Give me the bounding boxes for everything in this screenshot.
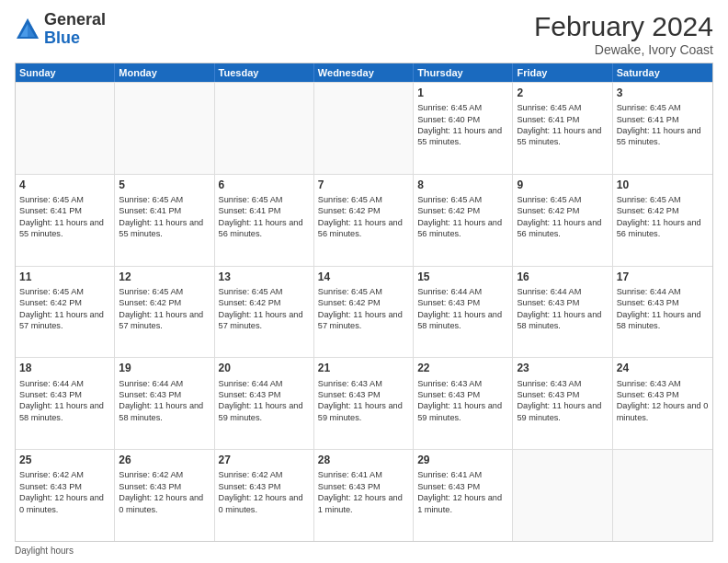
daylight-label: Daylight hours — [15, 546, 74, 556]
calendar-header-cell: Wednesday — [314, 63, 414, 82]
day-info: Sunrise: 6:43 AM Sunset: 6:43 PM Dayligh… — [617, 378, 709, 424]
day-info: Sunrise: 6:44 AM Sunset: 6:43 PM Dayligh… — [417, 286, 508, 332]
day-info: Sunrise: 6:44 AM Sunset: 6:43 PM Dayligh… — [219, 378, 310, 424]
title-location: Dewake, Ivory Coast — [534, 42, 713, 57]
day-info: Sunrise: 6:42 AM Sunset: 6:43 PM Dayligh… — [119, 469, 210, 515]
day-info: Sunrise: 6:45 AM Sunset: 6:41 PM Dayligh… — [517, 102, 608, 148]
day-number: 4 — [19, 178, 110, 192]
day-number: 26 — [119, 453, 210, 467]
day-number: 27 — [219, 453, 310, 467]
day-info: Sunrise: 6:44 AM Sunset: 6:43 PM Dayligh… — [517, 286, 608, 332]
page: General Blue February 2024 Dewake, Ivory… — [0, 0, 728, 563]
day-number: 18 — [19, 361, 110, 375]
day-info: Sunrise: 6:44 AM Sunset: 6:43 PM Dayligh… — [617, 286, 709, 332]
calendar-cell: 4Sunrise: 6:45 AM Sunset: 6:41 PM Daylig… — [16, 175, 115, 266]
day-info: Sunrise: 6:45 AM Sunset: 6:41 PM Dayligh… — [19, 194, 110, 240]
day-info: Sunrise: 6:45 AM Sunset: 6:42 PM Dayligh… — [517, 194, 608, 240]
svg-marker-2 — [28, 18, 39, 39]
calendar: SundayMondayTuesdayWednesdayThursdayFrid… — [15, 63, 713, 542]
day-info: Sunrise: 6:45 AM Sunset: 6:42 PM Dayligh… — [617, 194, 709, 240]
logo-icon — [15, 17, 40, 42]
day-number: 28 — [318, 453, 409, 467]
calendar-cell: 5Sunrise: 6:45 AM Sunset: 6:41 PM Daylig… — [115, 175, 214, 266]
calendar-cell: 15Sunrise: 6:44 AM Sunset: 6:43 PM Dayli… — [414, 267, 513, 358]
calendar-week: 25Sunrise: 6:42 AM Sunset: 6:43 PM Dayli… — [16, 449, 712, 541]
day-info: Sunrise: 6:45 AM Sunset: 6:42 PM Dayligh… — [318, 286, 409, 332]
calendar-header-cell: Monday — [115, 63, 214, 82]
day-number: 19 — [119, 361, 210, 375]
logo: General Blue — [15, 11, 106, 48]
header: General Blue February 2024 Dewake, Ivory… — [15, 11, 713, 57]
day-number: 29 — [417, 453, 508, 467]
calendar-cell: 24Sunrise: 6:43 AM Sunset: 6:43 PM Dayli… — [613, 358, 712, 449]
day-number: 21 — [318, 361, 409, 375]
day-number: 14 — [318, 270, 409, 284]
day-info: Sunrise: 6:42 AM Sunset: 6:43 PM Dayligh… — [219, 469, 310, 515]
calendar-cell — [314, 83, 414, 174]
logo-text: General Blue — [44, 11, 106, 48]
footer: Daylight hours — [15, 546, 713, 556]
day-number: 1 — [417, 86, 508, 100]
calendar-body: 1Sunrise: 6:45 AM Sunset: 6:40 PM Daylig… — [16, 82, 712, 541]
calendar-cell: 20Sunrise: 6:44 AM Sunset: 6:43 PM Dayli… — [215, 358, 314, 449]
calendar-cell: 22Sunrise: 6:43 AM Sunset: 6:43 PM Dayli… — [414, 358, 513, 449]
day-info: Sunrise: 6:43 AM Sunset: 6:43 PM Dayligh… — [417, 378, 508, 424]
calendar-cell — [613, 450, 712, 541]
day-number: 3 — [617, 86, 709, 100]
day-info: Sunrise: 6:45 AM Sunset: 6:42 PM Dayligh… — [19, 286, 110, 332]
day-number: 15 — [417, 270, 508, 284]
day-number: 12 — [119, 270, 210, 284]
calendar-header-cell: Sunday — [16, 63, 115, 82]
calendar-cell: 1Sunrise: 6:45 AM Sunset: 6:40 PM Daylig… — [414, 83, 513, 174]
calendar-cell: 10Sunrise: 6:45 AM Sunset: 6:42 PM Dayli… — [613, 175, 712, 266]
day-info: Sunrise: 6:45 AM Sunset: 6:40 PM Dayligh… — [417, 102, 508, 148]
day-number: 2 — [517, 86, 608, 100]
calendar-cell — [215, 83, 314, 174]
calendar-cell: 12Sunrise: 6:45 AM Sunset: 6:42 PM Dayli… — [115, 267, 214, 358]
logo-blue: Blue — [44, 29, 106, 48]
calendar-header-cell: Thursday — [414, 63, 513, 82]
calendar-header-row: SundayMondayTuesdayWednesdayThursdayFrid… — [16, 63, 712, 82]
calendar-cell: 25Sunrise: 6:42 AM Sunset: 6:43 PM Dayli… — [16, 450, 115, 541]
day-info: Sunrise: 6:42 AM Sunset: 6:43 PM Dayligh… — [19, 469, 110, 515]
calendar-cell: 19Sunrise: 6:44 AM Sunset: 6:43 PM Dayli… — [115, 358, 214, 449]
day-number: 20 — [219, 361, 310, 375]
title-month: February 2024 — [534, 11, 713, 42]
calendar-cell: 8Sunrise: 6:45 AM Sunset: 6:42 PM Daylig… — [414, 175, 513, 266]
day-number: 5 — [119, 178, 210, 192]
day-number: 24 — [617, 361, 709, 375]
day-info: Sunrise: 6:41 AM Sunset: 6:43 PM Dayligh… — [417, 469, 508, 515]
calendar-week: 1Sunrise: 6:45 AM Sunset: 6:40 PM Daylig… — [16, 82, 712, 174]
day-info: Sunrise: 6:45 AM Sunset: 6:42 PM Dayligh… — [219, 286, 310, 332]
calendar-header-cell: Friday — [513, 63, 612, 82]
calendar-cell: 16Sunrise: 6:44 AM Sunset: 6:43 PM Dayli… — [513, 267, 612, 358]
day-info: Sunrise: 6:45 AM Sunset: 6:42 PM Dayligh… — [119, 286, 210, 332]
day-number: 11 — [19, 270, 110, 284]
day-number: 23 — [517, 361, 608, 375]
calendar-cell — [115, 83, 214, 174]
day-number: 6 — [219, 178, 310, 192]
day-number: 7 — [318, 178, 409, 192]
day-number: 9 — [517, 178, 608, 192]
calendar-cell: 9Sunrise: 6:45 AM Sunset: 6:42 PM Daylig… — [513, 175, 612, 266]
day-info: Sunrise: 6:44 AM Sunset: 6:43 PM Dayligh… — [119, 378, 210, 424]
calendar-cell: 23Sunrise: 6:43 AM Sunset: 6:43 PM Dayli… — [513, 358, 612, 449]
day-number: 17 — [617, 270, 709, 284]
day-number: 8 — [417, 178, 508, 192]
day-number: 13 — [219, 270, 310, 284]
calendar-week: 4Sunrise: 6:45 AM Sunset: 6:41 PM Daylig… — [16, 174, 712, 266]
calendar-cell: 11Sunrise: 6:45 AM Sunset: 6:42 PM Dayli… — [16, 267, 115, 358]
calendar-cell: 17Sunrise: 6:44 AM Sunset: 6:43 PM Dayli… — [613, 267, 712, 358]
day-info: Sunrise: 6:45 AM Sunset: 6:42 PM Dayligh… — [318, 194, 409, 240]
day-number: 25 — [19, 453, 110, 467]
calendar-cell: 27Sunrise: 6:42 AM Sunset: 6:43 PM Dayli… — [215, 450, 314, 541]
calendar-cell: 29Sunrise: 6:41 AM Sunset: 6:43 PM Dayli… — [414, 450, 513, 541]
calendar-cell: 6Sunrise: 6:45 AM Sunset: 6:41 PM Daylig… — [215, 175, 314, 266]
day-info: Sunrise: 6:44 AM Sunset: 6:43 PM Dayligh… — [19, 378, 110, 424]
day-number: 16 — [517, 270, 608, 284]
calendar-cell — [513, 450, 612, 541]
calendar-cell: 3Sunrise: 6:45 AM Sunset: 6:41 PM Daylig… — [613, 83, 712, 174]
day-info: Sunrise: 6:45 AM Sunset: 6:41 PM Dayligh… — [119, 194, 210, 240]
day-info: Sunrise: 6:45 AM Sunset: 6:41 PM Dayligh… — [219, 194, 310, 240]
calendar-cell: 21Sunrise: 6:43 AM Sunset: 6:43 PM Dayli… — [314, 358, 414, 449]
